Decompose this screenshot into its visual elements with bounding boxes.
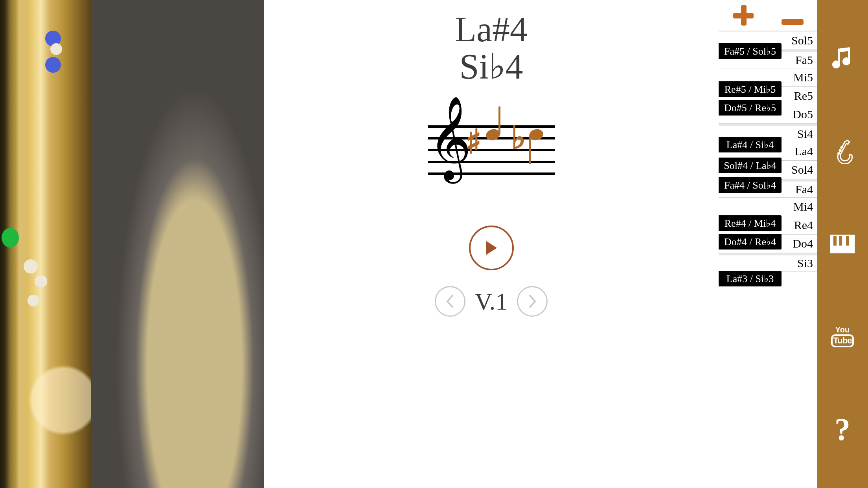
sharp-symbol-icon: ♯ — [465, 122, 482, 161]
chevron-left-icon — [445, 294, 455, 309]
sax-key-pad — [24, 259, 38, 273]
note-list-black-key[interactable]: Do#4 / Re♭4 — [719, 234, 782, 250]
sidebar-sax-button[interactable] — [828, 137, 857, 165]
sidebar-youtube-button[interactable]: You Tube — [828, 323, 857, 351]
sax-key-dot-white-1 — [50, 43, 62, 55]
play-button[interactable] — [469, 226, 514, 270]
sax-key-pad — [35, 275, 47, 288]
octave-up-button[interactable] — [732, 4, 755, 28]
notated-note-flat — [529, 129, 543, 140]
note-list-black-key[interactable]: Sol#4 / La♭4 — [719, 158, 782, 173]
music-note-icon — [830, 46, 855, 71]
note-list-black-key[interactable]: Re#5 / Mi♭5 — [719, 81, 782, 97]
saxophone-icon — [830, 139, 855, 164]
note-list-black-key[interactable]: Do#5 / Re♭5 — [719, 100, 782, 116]
youtube-text-top: You — [835, 326, 850, 334]
variation-nav: V.1 — [435, 286, 548, 317]
sax-key-dot-green — [2, 228, 19, 248]
octave-controls — [719, 0, 817, 31]
piano-icon — [830, 231, 855, 257]
note-list-black-key[interactable]: Re#4 / Mi♭4 — [719, 215, 782, 231]
center-panel: La#4 Si♭4 𝄞 ♯ ♭ V.1 — [264, 0, 719, 488]
sidebar: You Tube ? — [817, 0, 868, 488]
sax-key-pad — [28, 295, 39, 306]
chevron-right-icon — [527, 294, 537, 309]
notated-note-sharp — [486, 129, 500, 140]
sax-fingering-diagram — [0, 0, 91, 488]
svg-rect-2 — [782, 19, 804, 25]
variation-label: V.1 — [475, 288, 508, 316]
svg-rect-1 — [733, 13, 754, 18]
octave-down-button[interactable] — [781, 4, 804, 26]
note-list-white-key[interactable]: Mi4 — [719, 198, 817, 216]
question-mark-icon: ? — [835, 412, 850, 448]
note-list-black-key[interactable]: La#3 / Si♭3 — [719, 271, 782, 286]
note-list-black-key[interactable]: La#4 / Si♭4 — [719, 137, 782, 152]
svg-rect-6 — [846, 235, 849, 246]
fingering-photo — [91, 0, 264, 488]
sax-key-dot-blue-2 — [45, 57, 61, 73]
sidebar-piano-button[interactable] — [828, 230, 857, 258]
minus-icon — [781, 18, 804, 26]
next-variation-button[interactable] — [517, 286, 548, 317]
svg-rect-5 — [839, 235, 842, 246]
note-name-flat: Si♭4 — [459, 47, 523, 86]
play-icon — [484, 240, 498, 256]
note-list-black-key[interactable]: Fa#4 / Sol♭4 — [719, 177, 782, 193]
sidebar-help-button[interactable]: ? — [828, 416, 857, 444]
music-staff: 𝄞 ♯ ♭ — [428, 114, 555, 188]
note-list-panel: Sol5Fa5Mi5Re5Do5Si4La4Sol4Fa4Mi4Re4Do4Si… — [719, 0, 817, 488]
note-list-black-key[interactable]: Fa#5 / Sol♭5 — [719, 43, 782, 59]
svg-rect-4 — [833, 235, 837, 246]
note-list[interactable]: Sol5Fa5Mi5Re5Do5Si4La4Sol4Fa4Mi4Re4Do4Si… — [719, 31, 817, 488]
flat-symbol-icon: ♭ — [511, 119, 526, 156]
note-list-white-key[interactable]: Si3 — [719, 253, 817, 272]
note-name-sharp: La#4 — [455, 10, 528, 49]
treble-clef-icon: 𝄞 — [428, 102, 471, 174]
youtube-text-bottom: Tube — [831, 334, 854, 347]
prev-variation-button[interactable] — [435, 286, 465, 317]
sidebar-music-button[interactable] — [828, 44, 857, 72]
app-root: La#4 Si♭4 𝄞 ♯ ♭ V.1 — [0, 0, 868, 488]
plus-icon — [732, 4, 755, 27]
